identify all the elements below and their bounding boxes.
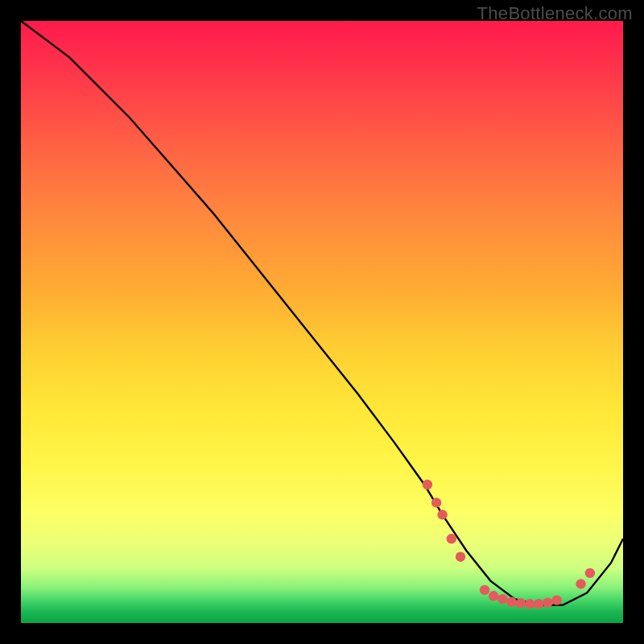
curve-markers — [423, 480, 595, 609]
data-point — [576, 579, 585, 588]
data-point — [423, 480, 432, 489]
bottleneck-curve — [21, 21, 623, 605]
data-point — [456, 552, 465, 562]
plot-area — [21, 21, 623, 623]
data-point — [534, 599, 543, 609]
data-point — [543, 597, 552, 607]
data-point — [552, 595, 562, 605]
chart-frame: TheBottleneck.com — [0, 0, 644, 644]
data-point — [480, 585, 489, 595]
data-point — [447, 534, 456, 543]
data-point — [431, 497, 441, 507]
data-point — [489, 591, 498, 601]
curve-layer — [21, 21, 623, 623]
data-point — [506, 597, 516, 607]
data-point — [437, 510, 447, 519]
data-point — [497, 594, 507, 604]
data-point — [525, 599, 535, 609]
data-point — [585, 568, 595, 578]
data-point — [516, 598, 526, 608]
watermark-text: TheBottleneck.com — [477, 3, 633, 24]
